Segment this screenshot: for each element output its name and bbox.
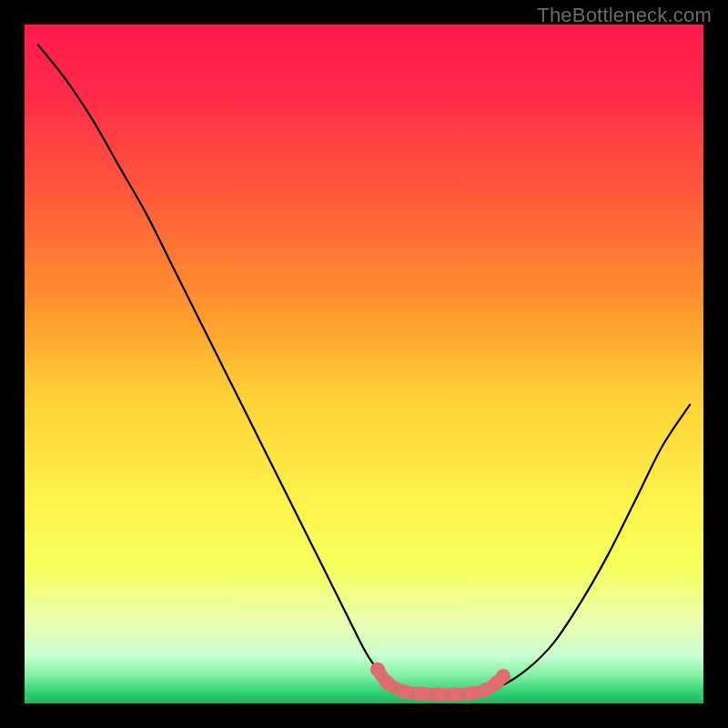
marker-dot bbox=[496, 669, 511, 683]
chart-frame: TheBottleneck.com bbox=[0, 0, 728, 728]
marker-dot bbox=[370, 662, 385, 677]
marker-dot bbox=[414, 687, 429, 702]
marker-dot bbox=[380, 676, 395, 691]
marker-dot bbox=[431, 687, 446, 702]
marker-dot bbox=[449, 687, 463, 702]
marker-dot bbox=[465, 686, 480, 701]
marker-dot bbox=[398, 684, 412, 699]
chart-svg bbox=[25, 25, 703, 703]
chart-plot bbox=[25, 25, 703, 703]
gradient-background bbox=[25, 25, 703, 703]
